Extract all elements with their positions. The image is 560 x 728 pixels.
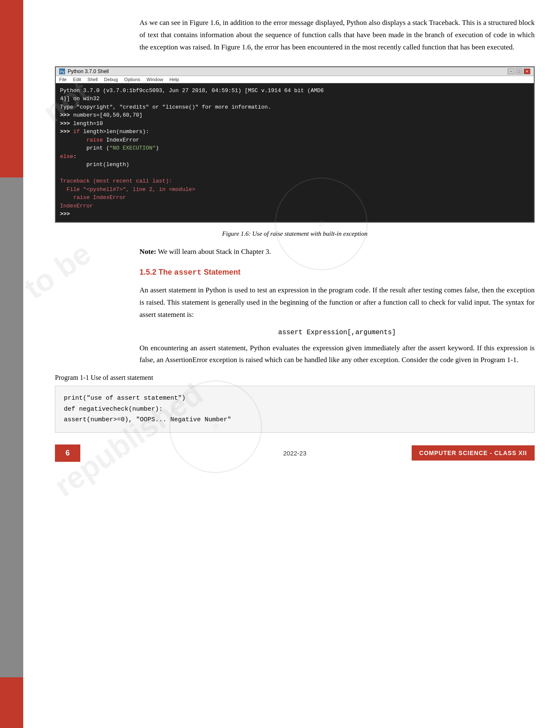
page-number-badge: 6 bbox=[55, 444, 80, 462]
shell-window-controls: − □ ✕ bbox=[508, 68, 530, 74]
left-sidebar bbox=[0, 0, 38, 728]
note-label: Note: bbox=[139, 248, 156, 256]
menu-edit[interactable]: Edit bbox=[73, 77, 81, 82]
code-line-3: assert(number>=0), "OOPS... Negative Num… bbox=[64, 414, 526, 425]
shell-titlebar-left: Py Python 3.7.0 Shell bbox=[59, 68, 109, 74]
shell-menu-bar: File Edit Shell Debug Options Window Hel… bbox=[56, 76, 534, 83]
shell-traceback-1: Traceback (most recent call last): bbox=[60, 177, 530, 185]
note-text: Note: We will learn about Stack in Chapt… bbox=[55, 246, 535, 257]
shell-line-2: 4)] on win32 bbox=[60, 95, 530, 103]
program-code-box: print("use of assert statement") def neg… bbox=[55, 386, 535, 433]
sidebar-red-bottom bbox=[0, 677, 23, 728]
main-content: As we can see in Figure 1.6, in addition… bbox=[38, 0, 560, 482]
footer-year: 2022-23 bbox=[283, 450, 306, 457]
assert-paragraph-2: On encountering an assert statement, Pyt… bbox=[55, 342, 535, 367]
code-line-2: def negativecheck(number): bbox=[64, 404, 526, 415]
minimize-button[interactable]: − bbox=[508, 68, 514, 74]
figure-caption: Figure 1.6: Use of raise statement with … bbox=[55, 230, 535, 237]
section-title-post: Statement bbox=[202, 268, 240, 276]
intro-paragraph: As we can see in Figure 1.6, in addition… bbox=[55, 17, 535, 54]
section-keyword: assert bbox=[174, 268, 202, 277]
shell-line-7: raise IndexError bbox=[60, 136, 530, 145]
shell-line-10: print(length) bbox=[60, 161, 530, 169]
close-button[interactable]: ✕ bbox=[524, 68, 530, 74]
section-number: 1.5.2 bbox=[139, 268, 156, 276]
sidebar-gray bbox=[0, 177, 23, 677]
shell-body: Python 3.7.0 (v3.7.0:1bf9cc5093, Jun 27 … bbox=[56, 83, 534, 222]
assert-syntax: assert Expression[,arguments] bbox=[55, 329, 535, 336]
maximize-button[interactable]: □ bbox=[516, 68, 522, 74]
shell-traceback-3: raise IndexError bbox=[60, 194, 530, 202]
shell-line-blank bbox=[60, 169, 530, 177]
shell-line-8: print ("NO EXECUTION") bbox=[60, 144, 530, 153]
shell-line-6: >>> if length>len(numbers): bbox=[60, 128, 530, 136]
menu-options[interactable]: Options bbox=[124, 77, 140, 82]
section-title-pre: The bbox=[158, 268, 174, 276]
menu-shell[interactable]: Shell bbox=[87, 77, 98, 82]
code-line-1: print("use of assert statement") bbox=[64, 393, 526, 404]
shell-line-3: Type "copyright", "credits" or "license(… bbox=[60, 103, 530, 112]
footer-right-label: Computer Science - Class XII bbox=[412, 445, 535, 461]
sidebar-red-top bbox=[0, 0, 23, 177]
shell-container: Py Python 3.7.0 Shell − □ ✕ File Edit Sh… bbox=[55, 66, 535, 223]
shell-title: Python 3.7.0 Shell bbox=[68, 68, 109, 74]
shell-line-4: >>> numbers=[40,50,60,70] bbox=[60, 111, 530, 120]
menu-help[interactable]: Help bbox=[169, 77, 179, 82]
page-number: 6 bbox=[66, 449, 70, 457]
shell-titlebar: Py Python 3.7.0 Shell − □ ✕ bbox=[56, 67, 534, 76]
menu-window[interactable]: Window bbox=[147, 77, 163, 82]
shell-prompt-end: >>> bbox=[60, 210, 530, 218]
menu-file[interactable]: File bbox=[59, 77, 67, 82]
shell-traceback-4: IndexError bbox=[60, 202, 530, 210]
menu-debug[interactable]: Debug bbox=[104, 77, 117, 82]
note-content: We will learn about Stack in Chapter 3. bbox=[156, 248, 271, 256]
syntax-text: assert Expression[,arguments] bbox=[278, 329, 396, 336]
svg-text:Py: Py bbox=[60, 70, 65, 74]
shell-line-1: Python 3.7.0 (v3.7.0:1bf9cc5093, Jun 27 … bbox=[60, 87, 530, 95]
section-heading: 1.5.2 The assert Statement bbox=[55, 268, 535, 277]
shell-line-9: else: bbox=[60, 153, 530, 161]
python-icon: Py bbox=[59, 68, 65, 74]
page-footer: 6 2022-23 Computer Science - Class XII bbox=[55, 450, 535, 457]
shell-line-5: >>> length=10 bbox=[60, 120, 530, 128]
assert-paragraph-1: An assert statement in Python is used to… bbox=[55, 284, 535, 321]
shell-traceback-2: File "<pyshell#7>", line 2, in <module> bbox=[60, 185, 530, 194]
program-label: Program 1-1 Use of assert statement bbox=[55, 374, 535, 382]
